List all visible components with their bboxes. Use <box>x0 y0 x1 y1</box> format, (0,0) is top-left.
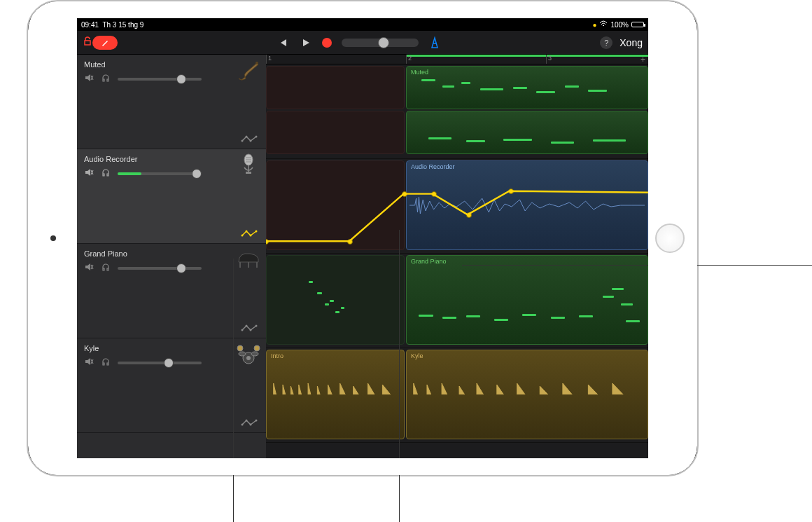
track-header-kyle[interactable]: Kyle <box>77 338 266 433</box>
track-headers: Muted <box>77 55 266 458</box>
ruler-tick: 1 <box>266 55 272 64</box>
svg-point-16 <box>246 356 251 360</box>
region-bass-a[interactable]: Muted <box>406 66 648 109</box>
svg-point-4 <box>255 136 258 138</box>
ipad-device: 09:41 Th 3 15 thg 9 ● 100% <box>27 0 699 476</box>
done-button[interactable]: Xong <box>620 37 643 48</box>
track-row[interactable]: Grand Piano <box>266 254 648 348</box>
region-label: Muted <box>411 69 428 76</box>
headphones-icon[interactable] <box>101 167 111 179</box>
ruler-tick: 2 <box>406 55 412 64</box>
instrument-icon-piano[interactable] <box>235 248 262 272</box>
track-title: Audio Recorder <box>84 155 259 163</box>
master-volume-slider[interactable] <box>342 39 419 47</box>
rewind-button[interactable] <box>277 36 290 49</box>
ruler-tick: 3 <box>546 55 552 64</box>
play-button[interactable] <box>300 36 312 49</box>
app-screen: 09:41 Th 3 15 thg 9 ● 100% <box>77 18 648 458</box>
front-camera <box>50 235 56 241</box>
automation-button[interactable] <box>241 322 258 334</box>
automation-point[interactable] <box>466 212 472 218</box>
track-row[interactable]: Muted <box>266 64 648 159</box>
headphones-icon[interactable] <box>101 357 111 369</box>
track-header-muted[interactable]: Muted <box>77 55 266 149</box>
svg-point-22 <box>246 420 248 422</box>
automation-button[interactable] <box>241 133 258 144</box>
svg-point-8 <box>246 231 248 233</box>
instrument-icon-bass[interactable] <box>235 59 262 83</box>
mute-icon[interactable] <box>84 262 94 274</box>
track-header-audio-recorder[interactable]: Audio Recorder <box>77 149 266 244</box>
region-bass-b[interactable] <box>406 111 648 154</box>
region-piano-intro[interactable] <box>266 255 405 345</box>
metronome-button[interactable] <box>428 36 441 49</box>
timeline[interactable]: 1 2 3 + Muted <box>266 55 648 458</box>
edit-mode-toggle[interactable] <box>92 36 118 50</box>
automation-button[interactable] <box>241 417 258 428</box>
svg-point-13 <box>250 329 252 331</box>
region-label: Grand Piano <box>411 258 447 265</box>
svg-point-20 <box>254 345 260 351</box>
svg-point-7 <box>241 235 244 237</box>
automation-point[interactable] <box>347 239 353 245</box>
svg-point-9 <box>250 235 252 237</box>
home-button[interactable] <box>655 224 685 253</box>
svg-point-0 <box>255 62 258 64</box>
lock-icon[interactable] <box>83 36 92 48</box>
volume-slider[interactable] <box>118 267 202 270</box>
svg-rect-6 <box>246 172 251 174</box>
instrument-icon-microphone[interactable] <box>235 153 262 177</box>
record-button[interactable] <box>322 38 332 48</box>
region-label: Audio Recorder <box>411 163 455 170</box>
svg-point-11 <box>241 329 244 331</box>
toolbar: ? Xong <box>77 31 648 55</box>
status-bar: 09:41 Th 3 15 thg 9 ● 100% <box>77 18 648 31</box>
svg-point-18 <box>251 352 258 356</box>
ruler[interactable]: 1 2 3 + <box>266 55 648 64</box>
svg-point-14 <box>255 325 258 327</box>
region-audio[interactable]: Audio Recorder <box>406 160 648 250</box>
mute-icon[interactable] <box>84 357 94 369</box>
callout-line <box>399 230 400 522</box>
svg-point-12 <box>246 325 248 327</box>
svg-point-10 <box>255 231 258 233</box>
region-drums-intro[interactable]: Intro <box>266 350 405 439</box>
mute-icon[interactable] <box>84 167 94 179</box>
svg-point-23 <box>250 424 252 426</box>
svg-point-24 <box>255 420 258 422</box>
automation-button[interactable] <box>241 228 258 239</box>
track-row[interactable]: Audio Recorder <box>266 159 648 254</box>
status-time: 09:41 <box>81 21 99 29</box>
automation-point[interactable] <box>431 191 437 197</box>
volume-slider[interactable] <box>118 362 202 364</box>
automation-point[interactable] <box>402 191 407 197</box>
track-header-grand-piano[interactable]: Grand Piano <box>77 244 266 338</box>
region-empty[interactable] <box>266 160 405 250</box>
region-empty[interactable] <box>266 111 405 154</box>
volume-slider[interactable] <box>118 172 202 175</box>
status-date: Th 3 15 thg 9 <box>102 21 144 29</box>
help-button[interactable]: ? <box>600 36 612 49</box>
track-row[interactable]: Intro Kyle <box>266 348 648 443</box>
svg-point-21 <box>241 424 244 426</box>
headphones-icon[interactable] <box>101 73 111 85</box>
callout-line <box>233 259 234 522</box>
svg-point-19 <box>237 345 243 351</box>
region-piano[interactable]: Grand Piano <box>406 255 648 345</box>
battery-pct: 100% <box>610 21 629 29</box>
svg-point-1 <box>241 140 244 142</box>
automation-point[interactable] <box>508 188 514 194</box>
track-title: Muted <box>84 60 259 69</box>
region-drums[interactable]: Kyle <box>406 350 648 439</box>
cycle-region[interactable] <box>406 55 648 57</box>
volume-slider[interactable] <box>118 78 202 81</box>
svg-point-2 <box>246 136 248 138</box>
mute-icon[interactable] <box>84 73 94 85</box>
region-label: Intro <box>271 352 284 359</box>
svg-point-17 <box>239 352 246 356</box>
add-section-button[interactable]: + <box>640 55 645 64</box>
callout-line <box>462 265 812 266</box>
headphones-icon[interactable] <box>101 262 111 274</box>
region-empty[interactable] <box>266 66 405 109</box>
instrument-icon-drums[interactable] <box>235 343 262 366</box>
